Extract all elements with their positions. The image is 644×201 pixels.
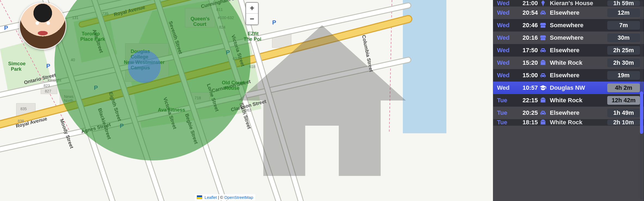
timeline-row[interactable]: Tue20:25Elsewhere1h 49m	[493, 107, 644, 119]
row-duration: 19m	[607, 71, 640, 80]
car-icon	[538, 72, 548, 79]
row-place: Elsewhere	[548, 9, 607, 16]
row-day: Wed	[497, 47, 514, 54]
row-duration: 4h 2m	[607, 84, 640, 92]
education-icon	[538, 84, 548, 91]
ghost-icon	[538, 59, 548, 66]
timeline-row[interactable]: Wed21:00Kieran's House1h 59m	[493, 0, 644, 7]
row-day: Tue	[497, 97, 514, 104]
row-place: Elsewhere	[548, 109, 607, 116]
row-place: White Rock	[548, 119, 607, 126]
row-day: Wed	[497, 22, 514, 29]
timeline-row[interactable]: Tue22:15White Rock12h 42m	[493, 94, 644, 107]
row-duration: 2h 10m	[607, 120, 640, 125]
row-place: Somewhere	[548, 34, 607, 41]
row-duration: 30m	[607, 33, 640, 42]
car-icon	[538, 9, 548, 16]
row-time: 20:16	[514, 34, 538, 41]
scrollbar-thumb[interactable]	[640, 91, 643, 134]
timeline-row[interactable]: Wed17:50Elsewhere2h 25m	[493, 44, 644, 57]
row-time: 10:57	[514, 84, 538, 91]
row-time: 20:46	[514, 22, 538, 29]
row-day: Wed	[497, 59, 514, 66]
timeline-row[interactable]: Wed15:20White Rock2h 30m	[493, 57, 644, 69]
row-duration: 2h 25m	[607, 46, 640, 55]
ghost-icon	[538, 119, 548, 126]
row-time: 15:20	[514, 59, 538, 66]
row-time: 21:00	[514, 0, 538, 7]
row-place: White Rock	[548, 97, 607, 104]
car-icon	[538, 109, 548, 116]
row-place: Kieran's House	[548, 0, 607, 7]
ghost-icon	[538, 97, 548, 104]
row-duration: 1h 59m	[607, 1, 640, 6]
store-icon	[538, 34, 548, 41]
row-duration: 1h 49m	[607, 109, 640, 117]
row-place: Somewhere	[548, 22, 607, 29]
row-day: Wed	[497, 34, 514, 41]
row-place: White Rock	[548, 59, 607, 66]
timeline-row[interactable]: Wed10:57Douglas NW4h 2m	[493, 82, 644, 94]
row-day: Wed	[497, 84, 514, 91]
timeline-row[interactable]: Wed20:54Elsewhere12m	[493, 7, 644, 19]
row-time: 20:25	[514, 109, 538, 116]
row-time: 15:00	[514, 72, 538, 79]
row-time: 20:54	[514, 9, 538, 16]
row-time: 18:15	[514, 119, 538, 126]
diamond-icon	[538, 0, 548, 7]
timeline-row[interactable]: Tue18:15White Rock2h 10m	[493, 119, 644, 126]
row-duration: 7m	[607, 21, 640, 30]
row-day: Tue	[497, 119, 514, 126]
row-day: Tue	[497, 109, 514, 116]
row-time: 22:15	[514, 97, 538, 104]
timeline-row[interactable]: Wed15:00Elsewhere19m	[493, 69, 644, 82]
row-time: 17:50	[514, 47, 538, 54]
timeline-row[interactable]: Wed20:46Somewhere7m	[493, 19, 644, 32]
row-duration: 2h 30m	[607, 58, 640, 67]
row-day: Wed	[497, 0, 514, 7]
row-duration: 12h 42m	[607, 96, 640, 105]
row-place: Elsewhere	[548, 47, 607, 54]
car-icon	[538, 47, 548, 54]
row-day: Wed	[497, 72, 514, 79]
row-day: Wed	[497, 9, 514, 16]
timeline-panel: Wed21:00Kieran's House1h 59mWed20:54Else…	[493, 0, 644, 201]
row-place: Douglas NW	[548, 84, 607, 91]
store-icon	[538, 22, 548, 29]
row-place: Elsewhere	[548, 72, 607, 79]
timeline-row[interactable]: Wed20:16Somewhere30m	[493, 32, 644, 44]
row-duration: 12m	[607, 8, 640, 17]
